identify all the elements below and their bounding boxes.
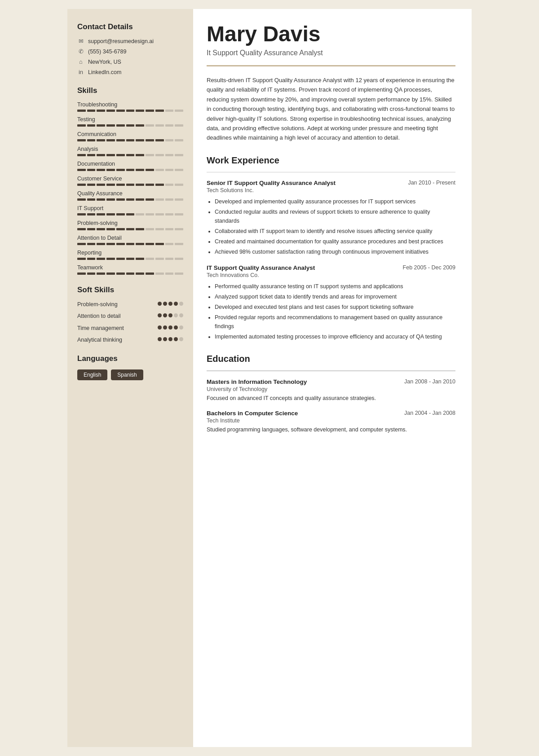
header-divider	[207, 65, 455, 66]
soft-skill-row: Time management	[77, 325, 183, 332]
skill-label: Problem-solving	[77, 220, 183, 226]
job-bullet: Created and maintained documentation for…	[215, 237, 455, 246]
job-bullet: Collaborated with IT support team to ide…	[215, 227, 455, 236]
job-dates: Feb 2005 - Dec 2009	[403, 264, 455, 271]
location-icon: ⌂	[77, 58, 84, 65]
summary: Results-driven IT Support Quality Assura…	[207, 75, 455, 143]
edu-dates: Jan 2008 - Jan 2010	[404, 378, 455, 385]
soft-skills-list: Problem-solvingAttention to detailTime m…	[77, 301, 183, 343]
edu-header: Bachelors in Computer ScienceJan 2004 - …	[207, 410, 455, 417]
edu-desc: Focused on advanced IT concepts and qual…	[207, 394, 455, 403]
job-bullet: Conducted regular audits and reviews of …	[215, 207, 455, 225]
skill-bar	[77, 243, 183, 245]
job-bullets: Developed and implemented quality assura…	[207, 197, 455, 256]
soft-skill-label: Time management	[77, 325, 152, 332]
job-company: Tech Innovations Co.	[207, 272, 455, 278]
sidebar: Contact Details ✉ support@resumedesign.a…	[67, 9, 193, 747]
jobs-list: Senior IT Support Quality Assurance Anal…	[207, 180, 455, 341]
language-tags: EnglishSpanish	[77, 369, 183, 380]
contact-linkedin: in LinkedIn.com	[77, 69, 183, 75]
skill-bar	[77, 169, 183, 171]
skill-bar	[77, 139, 183, 141]
work-divider	[207, 172, 455, 173]
job-bullet: Provided regular reports and recommendat…	[215, 313, 455, 331]
job-bullet: Performed quality assurance testing on I…	[215, 282, 455, 291]
education-list: Masters in Information TechnologyJan 200…	[207, 378, 455, 434]
skill-bar	[77, 228, 183, 230]
linkedin-icon: in	[77, 69, 84, 75]
job-bullet: Developed and executed test plans and te…	[215, 303, 455, 312]
phone-icon: ✆	[77, 48, 84, 55]
main-content: Mary Davis It Support Quality Assurance …	[193, 9, 472, 747]
soft-skills-heading: Soft Skills	[77, 286, 183, 294]
skills-list: TroubleshootingTestingCommunicationAnaly…	[77, 101, 183, 275]
soft-skill-row: Attention to detail	[77, 312, 183, 320]
contact-location: ⌂ NewYork, US	[77, 58, 183, 65]
soft-skill-label: Analytical thinking	[77, 336, 152, 343]
candidate-name: Mary Davis	[207, 22, 455, 46]
job-title: Senior IT Support Quality Assurance Anal…	[207, 180, 336, 186]
language-tag: English	[77, 369, 107, 380]
skill-label: Teamwork	[77, 264, 183, 271]
soft-skill-dots	[152, 302, 183, 306]
soft-skill-dots	[152, 313, 183, 317]
edu-school: University of Technology	[207, 386, 455, 392]
skill-label: Documentation	[77, 161, 183, 167]
language-tag: Spanish	[111, 369, 143, 380]
edu-degree: Bachelors in Computer Science	[207, 410, 298, 417]
soft-skill-label: Attention to detail	[77, 312, 152, 320]
job-bullet: Implemented automated testing processes …	[215, 332, 455, 341]
candidate-title: It Support Quality Assurance Analyst	[207, 49, 455, 57]
job-bullet: Achieved 98% customer satisfaction ratin…	[215, 247, 455, 256]
edu-divider	[207, 370, 455, 371]
skill-bar	[77, 124, 183, 127]
job-bullets: Performed quality assurance testing on I…	[207, 282, 455, 341]
edu-school: Tech Institute	[207, 418, 455, 424]
job-company: Tech Solutions Inc.	[207, 187, 455, 193]
skill-label: Quality Assurance	[77, 190, 183, 197]
languages-heading: Languages	[77, 354, 183, 363]
skill-label: Analysis	[77, 146, 183, 152]
skill-label: Reporting	[77, 250, 183, 256]
soft-skill-row: Analytical thinking	[77, 336, 183, 343]
work-heading: Work Experience	[207, 155, 455, 166]
edu-header: Masters in Information TechnologyJan 200…	[207, 378, 455, 385]
edu-degree: Masters in Information Technology	[207, 378, 307, 385]
job-header: Senior IT Support Quality Assurance Anal…	[207, 180, 455, 186]
edu-desc: Studied programming languages, software …	[207, 426, 455, 434]
edu-dates: Jan 2004 - Jan 2008	[404, 410, 455, 416]
skill-label: Testing	[77, 116, 183, 123]
soft-skill-dots	[152, 325, 183, 330]
job-bullet: Analyzed support ticket data to identify…	[215, 292, 455, 301]
skill-bar	[77, 273, 183, 275]
soft-skill-dots	[152, 337, 183, 341]
soft-skill-label: Problem-solving	[77, 301, 152, 308]
skills-heading: Skills	[77, 86, 183, 95]
skill-bar	[77, 213, 183, 215]
skill-bar	[77, 154, 183, 156]
email-icon: ✉	[77, 38, 84, 44]
job-dates: Jan 2010 - Present	[408, 180, 455, 186]
soft-skill-row: Problem-solving	[77, 301, 183, 308]
skill-label: Attention to Detail	[77, 235, 183, 241]
skill-label: Customer Service	[77, 176, 183, 182]
contact-email: ✉ support@resumedesign.ai	[77, 38, 183, 44]
job-bullet: Developed and implemented quality assura…	[215, 197, 455, 206]
skill-bar	[77, 258, 183, 260]
skill-bar	[77, 184, 183, 186]
job-title: IT Support Quality Assurance Analyst	[207, 264, 315, 271]
skill-bar	[77, 110, 183, 112]
edu-heading: Education	[207, 354, 455, 364]
skill-label: Troubleshooting	[77, 101, 183, 108]
skill-label: Communication	[77, 131, 183, 137]
job-header: IT Support Quality Assurance AnalystFeb …	[207, 264, 455, 271]
skill-label: IT Support	[77, 205, 183, 211]
contact-phone: ✆ (555) 345-6789	[77, 48, 183, 55]
resume-container: Contact Details ✉ support@resumedesign.a…	[67, 9, 472, 747]
contact-heading: Contact Details	[77, 22, 183, 31]
skill-bar	[77, 198, 183, 201]
